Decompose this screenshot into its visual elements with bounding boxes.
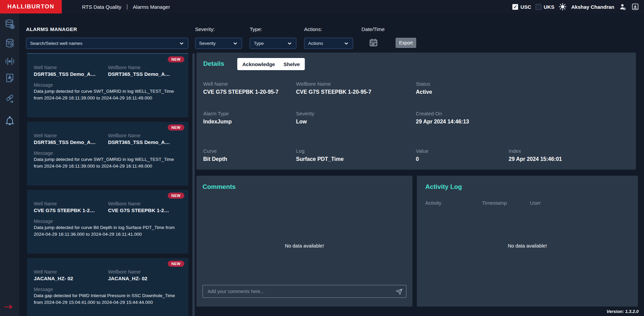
alarms-bell-icon[interactable] bbox=[4, 116, 15, 127]
well-name-value: JACANA_HZ- 02 bbox=[34, 275, 108, 282]
message-label: Message bbox=[34, 286, 182, 292]
field-value: CVE G7S STEEPBK 1-20-95-7 bbox=[203, 88, 296, 95]
detail-field: Curve Bit Depth bbox=[203, 148, 296, 163]
new-badge: NEW bbox=[168, 193, 184, 199]
wellbore-name-label: Wellbore Name bbox=[108, 64, 182, 70]
inbox-download-icon[interactable] bbox=[631, 3, 639, 11]
alarm-card[interactable]: NEW Well Name DSRT365_TSS Demo_A… Wellbo… bbox=[27, 122, 188, 185]
field-value: Surface PDT_Time bbox=[296, 155, 416, 163]
database-lock-icon[interactable] bbox=[4, 19, 15, 30]
field-value: 29 Apr 2024 14:46:13 bbox=[416, 118, 509, 125]
chevron-down-icon bbox=[179, 41, 184, 46]
well-name-value: CVE G7S STEEPBK 1-2… bbox=[34, 207, 108, 214]
new-badge: NEW bbox=[168, 261, 184, 267]
severity-filter-label: Severity: bbox=[195, 26, 215, 32]
cylinder-fluid-icon[interactable] bbox=[4, 38, 15, 49]
detail-field: Created On 29 Apr 2024 14:46:13 bbox=[416, 111, 509, 125]
version-text: Version: 1.3.2.0 bbox=[607, 309, 639, 314]
alarm-message: Data jump detected for curve Bit Depth i… bbox=[34, 224, 177, 238]
uks-label: UKS bbox=[544, 4, 555, 10]
actions-dropdown[interactable]: Actions bbox=[304, 38, 353, 49]
top-bar: HALLIBURTON RTS Data Quality | Alarms Ma… bbox=[0, 0, 644, 13]
usc-checkbox[interactable]: ✓ bbox=[512, 4, 518, 10]
depth-range-icon[interactable] bbox=[4, 56, 15, 67]
user-profile-icon[interactable] bbox=[619, 3, 627, 11]
breadcrumb-divider: | bbox=[126, 4, 128, 10]
field-label: Value bbox=[416, 148, 509, 154]
field-value: Bit Depth bbox=[203, 155, 296, 163]
comment-input[interactable] bbox=[203, 285, 406, 297]
halliburton-logo: HALLIBURTON bbox=[0, 0, 62, 13]
alarms-manager-app: { "header": { "logo_text": "HALLIBURTON"… bbox=[0, 0, 644, 316]
detail-field: Index 29 Apr 2024 15:46:01 bbox=[509, 148, 629, 163]
alarm-card[interactable]: NEW Well Name CVE G7S STEEPBK 1-2… Wellb… bbox=[27, 190, 188, 254]
type-dropdown[interactable]: Type bbox=[250, 38, 296, 49]
wellbore-name-value: DSRT365_TSS Demo_A… bbox=[108, 70, 182, 78]
detail-field: Status Active bbox=[416, 81, 509, 95]
top-bar-right: ✓ USC UKS Akshay Chandran bbox=[512, 0, 639, 13]
alarm-message: Data gap detected for PWD Internal Press… bbox=[34, 292, 177, 306]
chevron-down-icon bbox=[233, 41, 238, 46]
well-name-label: Well Name bbox=[34, 201, 108, 207]
usc-toggle[interactable]: ✓ USC bbox=[512, 4, 531, 10]
app-title: RTS Data Quality bbox=[82, 4, 121, 10]
field-label: Wellbore Name bbox=[296, 81, 416, 87]
field-label: Log bbox=[296, 148, 416, 154]
activity-column-header: Activity bbox=[425, 200, 482, 206]
theme-sun-icon[interactable] bbox=[559, 3, 567, 11]
well-name-value: DSRT365_TSS Demo_A… bbox=[34, 139, 108, 146]
well-name-label: Well Name bbox=[34, 133, 108, 139]
field-value: Active bbox=[416, 88, 509, 95]
field-value: Low bbox=[296, 118, 416, 125]
severity-dropdown-value: Severity bbox=[199, 41, 216, 46]
well-name-value: DSRT365_TSS Demo_A… bbox=[34, 70, 108, 78]
main-content: ALARMS MANAGER Search/Select well names … bbox=[19, 13, 644, 316]
activity-log-panel: Activity Log Activity Timestamp User No … bbox=[417, 176, 638, 307]
comments-title: Comments bbox=[203, 183, 236, 191]
detail-field: Severity Low bbox=[296, 111, 416, 125]
export-button[interactable]: Export bbox=[396, 38, 416, 48]
activity-log-header: Activity Timestamp User bbox=[425, 200, 631, 206]
send-comment-icon[interactable] bbox=[395, 288, 403, 295]
alarm-message: Data jump detected for curve SWT_GMRID i… bbox=[34, 156, 177, 170]
wellbore-name-value: CVE G7S STEEPBK 1-2… bbox=[108, 207, 182, 214]
field-label: Well Name bbox=[203, 81, 296, 87]
field-value: IndexJump bbox=[203, 118, 296, 125]
detail-field: Well Name CVE G7S STEEPBK 1-20-95-7 bbox=[203, 81, 296, 95]
field-label: Curve bbox=[203, 148, 296, 154]
wellbore-name-label: Wellbore Name bbox=[108, 201, 182, 207]
detail-field: Log Surface PDT_Time bbox=[296, 148, 416, 163]
message-label: Message bbox=[34, 218, 182, 224]
well-search-placeholder: Search/Select well names bbox=[30, 41, 82, 46]
actions-dropdown-value: Actions bbox=[308, 41, 323, 46]
alarm-card[interactable]: NEW Well Name DSRT365_TSS Demo_A… Wellbo… bbox=[27, 54, 188, 117]
alarm-list: NEW Well Name DSRT365_TSS Demo_A… Wellbo… bbox=[27, 53, 188, 316]
type-dropdown-value: Type bbox=[254, 41, 264, 46]
timestamp-column-header: Timestamp bbox=[482, 200, 530, 206]
expand-sidebar-arrow-icon[interactable] bbox=[4, 304, 14, 310]
link-transfer-icon[interactable] bbox=[4, 93, 15, 104]
alarms-manager-heading: ALARMS MANAGER bbox=[26, 26, 77, 32]
shelve-button[interactable]: Shelve bbox=[278, 58, 305, 70]
well-search-select[interactable]: Search/Select well names bbox=[26, 38, 188, 49]
alarm-list-scrollbar[interactable] bbox=[192, 53, 195, 316]
user-column-header: User bbox=[530, 200, 631, 206]
alarm-message: Data jump detected for curve SWT_GMRID i… bbox=[34, 88, 177, 102]
uks-toggle[interactable]: UKS bbox=[536, 4, 555, 10]
chevron-down-icon bbox=[344, 41, 349, 46]
actions-filter-label: Actions: bbox=[304, 26, 322, 32]
new-badge: NEW bbox=[168, 124, 184, 131]
well-document-icon[interactable] bbox=[4, 73, 15, 83]
message-label: Message bbox=[34, 82, 182, 88]
field-label: Alarm Type bbox=[203, 111, 296, 117]
severity-dropdown[interactable]: Severity bbox=[195, 38, 242, 49]
well-name-label: Well Name bbox=[34, 64, 108, 70]
calendar-icon[interactable] bbox=[369, 38, 378, 47]
field-label: Created On bbox=[416, 111, 509, 117]
field-value: 29 Apr 2024 15:46:01 bbox=[509, 155, 629, 163]
alarm-card[interactable]: NEW Well Name JACANA_HZ- 02 Wellbore Nam… bbox=[27, 258, 188, 316]
wellbore-name-value: JACANA_HZ- 02 bbox=[108, 275, 182, 282]
sidebar-nav bbox=[0, 13, 19, 316]
acknowledge-button[interactable]: Acknowledge bbox=[237, 58, 280, 70]
uks-checkbox[interactable] bbox=[536, 4, 541, 10]
